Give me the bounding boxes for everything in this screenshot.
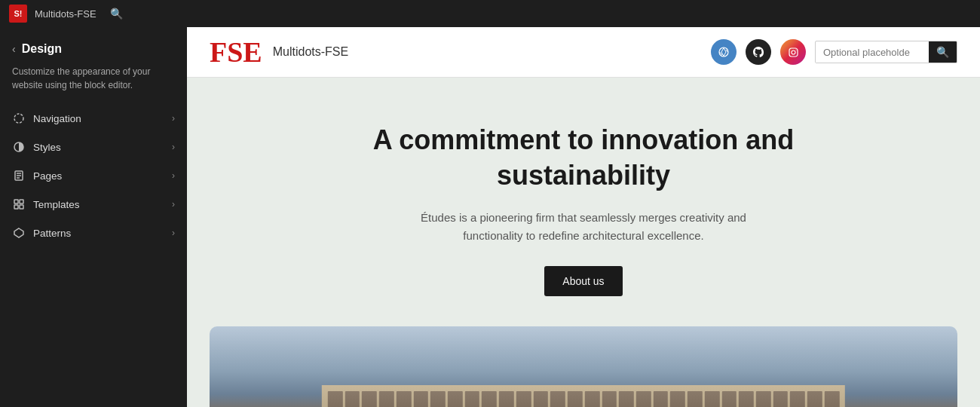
github-icon[interactable] [746,39,771,65]
hero-title: A commitment to innovation and sustainab… [338,123,828,194]
main-layout: ‹ Design Customize the appearance of you… [0,27,980,407]
louver [397,391,412,407]
top-bar: S! Multidots-FSE 🔍 [0,0,980,27]
louver [756,391,771,407]
louver [379,391,394,407]
sidebar-item-pages[interactable]: Pages › [0,161,187,190]
patterns-label: Patterns [33,228,71,239]
site-logo: FSE [210,38,262,66]
sidebar-item-patterns[interactable]: Patterns › [0,219,187,247]
sidebar-item-templates[interactable]: Templates › [0,190,187,219]
louver [448,391,463,407]
louver [585,391,600,407]
top-search-button[interactable]: 🔍 [109,5,125,22]
back-button[interactable]: ‹ [12,43,16,55]
building-louvers [322,385,845,407]
instagram-icon[interactable] [780,39,806,65]
svg-point-14 [795,49,796,50]
pages-label: Pages [33,170,62,182]
louver [499,391,514,407]
svg-marker-10 [14,228,23,237]
pages-chevron: › [172,170,175,181]
svg-point-0 [14,114,23,123]
louver [721,391,737,407]
app-logo: S! [9,5,27,23]
svg-rect-7 [20,200,23,204]
louver [773,391,788,407]
sidebar-header: ‹ Design [0,33,187,62]
sidebar-nav: Navigation › Styles › [0,104,187,247]
sidebar-item-navigation[interactable]: Navigation › [0,104,187,133]
louver [825,391,840,407]
about-us-button[interactable]: About us [544,266,622,296]
louver [568,391,583,407]
louver [328,391,343,407]
search-submit-button[interactable]: 🔍 [929,41,957,63]
site-name: Multidots-FSE [273,45,348,59]
site-header-right: 🔍 [711,39,957,65]
svg-rect-9 [20,205,23,209]
templates-chevron: › [172,199,175,210]
svg-point-13 [792,50,795,54]
sidebar-description: Customize the appearance of your website… [0,62,187,104]
louver [807,391,822,407]
styles-chevron: › [172,142,175,152]
louver [345,391,360,407]
templates-label: Templates [33,199,80,210]
styles-icon [12,140,26,154]
building-image [210,326,957,407]
templates-icon [12,197,26,211]
louver [482,391,497,407]
navigation-icon [12,112,26,125]
louver [739,391,754,407]
louver [465,391,480,407]
sidebar-item-styles[interactable]: Styles › [0,133,187,161]
app-title: Multidots-FSE [35,8,96,20]
svg-point-11 [719,47,728,57]
svg-rect-6 [14,200,18,204]
patterns-chevron: › [172,228,175,238]
sidebar-title: Design [22,42,62,56]
wordpress-icon[interactable] [711,39,737,65]
search-input[interactable] [816,42,929,63]
content-area: FSE Multidots-FSE [187,27,980,407]
navigation-label: Navigation [33,113,81,124]
louvers-container [322,385,845,407]
hero-section: A commitment to innovation and sustainab… [187,78,980,326]
sidebar: ‹ Design Customize the appearance of you… [0,27,187,407]
louver [653,391,668,407]
styles-label: Styles [33,142,61,153]
navigation-chevron: › [172,113,175,124]
site-header: FSE Multidots-FSE [187,27,980,78]
louver [550,391,565,407]
louver [533,391,548,407]
patterns-icon [12,226,26,240]
pages-icon [12,169,26,182]
louver [790,391,805,407]
logo-text: S! [14,9,23,18]
louver [670,391,685,407]
louver [362,391,377,407]
louver [430,391,446,407]
louver [516,391,531,407]
building-facade [322,349,845,407]
louver [413,391,428,407]
louver [688,391,703,407]
svg-rect-8 [14,205,18,209]
louver [636,391,651,407]
louver [619,391,634,407]
louver [602,391,617,407]
site-logo-area: FSE Multidots-FSE [210,38,348,66]
search-bar: 🔍 [815,41,957,63]
louver [705,391,720,407]
hero-description: Études is a pioneering firm that seamles… [395,209,772,245]
